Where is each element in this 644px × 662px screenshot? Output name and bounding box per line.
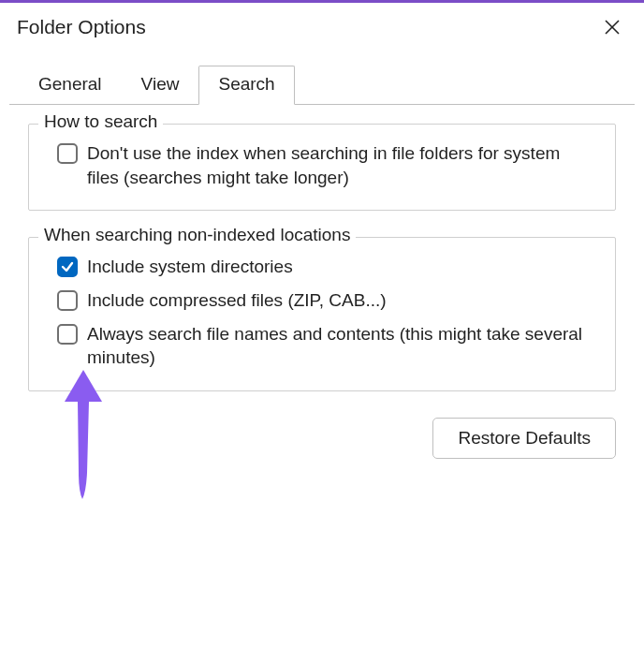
label-system-dirs: Include system directories — [87, 255, 293, 279]
tab-search[interactable]: Search — [198, 66, 294, 105]
group-how-to-search: How to search Don't use the index when s… — [28, 124, 616, 211]
group-non-indexed: When searching non-indexed locations Inc… — [28, 237, 616, 391]
checkbox-no-index[interactable] — [57, 143, 78, 164]
label-no-index: Don't use the index when searching in fi… — [87, 141, 587, 189]
restore-row: Restore Defaults — [28, 418, 616, 459]
tab-general[interactable]: General — [19, 66, 122, 105]
option-always-search: Always search file names and contents (t… — [57, 322, 587, 370]
checkbox-always-search[interactable] — [57, 324, 78, 345]
close-button[interactable] — [597, 12, 627, 42]
titlebar: Folder Options — [0, 3, 644, 48]
window-title: Folder Options — [17, 16, 146, 38]
label-always-search: Always search file names and contents (t… — [87, 322, 587, 370]
folder-options-window: Folder Options General View Search How t… — [0, 0, 644, 662]
check-icon — [61, 260, 74, 273]
tab-strip: General View Search — [19, 65, 644, 104]
tab-view[interactable]: View — [122, 66, 199, 105]
option-system-dirs: Include system directories — [57, 255, 587, 279]
tab-panel-search: How to search Don't use the index when s… — [9, 104, 635, 459]
label-compressed: Include compressed files (ZIP, CAB...) — [87, 288, 387, 313]
restore-defaults-button[interactable]: Restore Defaults — [432, 418, 616, 459]
option-no-index: Don't use the index when searching in fi… — [57, 141, 587, 189]
checkbox-compressed[interactable] — [57, 290, 78, 311]
option-compressed: Include compressed files (ZIP, CAB...) — [57, 288, 587, 313]
group-legend: When searching non-indexed locations — [38, 225, 356, 245]
group-legend: How to search — [38, 111, 163, 132]
close-icon — [605, 20, 620, 35]
checkbox-system-dirs[interactable] — [57, 257, 78, 277]
